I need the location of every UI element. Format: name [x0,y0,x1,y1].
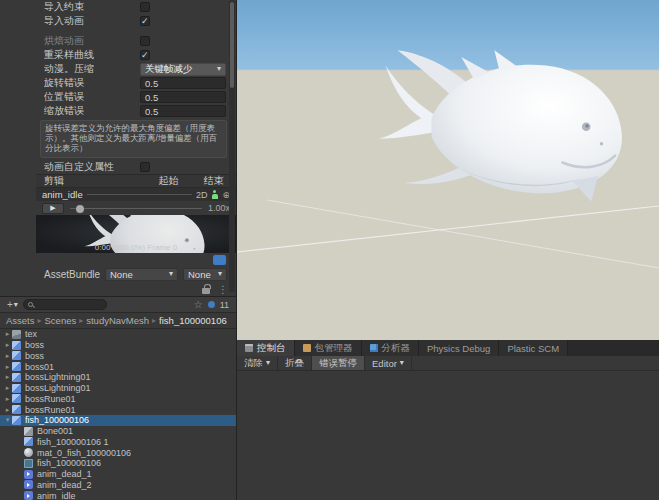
bake-animation-row: 烘焙动画 [0,34,236,48]
animation-preview[interactable]: 0:00 (000.0%) Frame 0 [36,215,236,253]
chevron-right-icon[interactable]: ▸ [3,362,12,372]
hidden-count-badge: 11 [220,300,229,310]
position-error-input[interactable]: 0.5 [140,91,226,103]
import-animation-checkbox[interactable] [140,16,150,26]
console-panel: 控制台包管理器分析器Physics DebugPlastic SCM 清除 ▾ … [237,340,659,500]
custom-properties-row: 动画自定义属性 [0,160,236,174]
model-icon [12,405,21,414]
clip-row[interactable]: anim_idle 2D ⊕ [36,188,236,201]
error-pause-toggle[interactable]: 错误暂停 [312,356,365,370]
custom-properties-checkbox[interactable] [140,162,150,172]
import-constraints-row: 导入约束 [0,0,236,14]
collapse-toggle[interactable]: 折叠 [278,356,312,370]
scale-error-input[interactable]: 0.5 [140,105,226,117]
console-log-area[interactable] [237,371,659,500]
avatar-icon[interactable] [211,190,218,199]
tree-row[interactable]: ▸bossRune01 [0,394,236,405]
chevron-right-icon[interactable]: ▸ [3,405,12,415]
search-input[interactable] [23,299,107,310]
chevron-down-icon: ▾ [400,359,404,367]
slider-thumb[interactable] [76,205,84,213]
tree-row[interactable]: anim_dead_2 [0,480,236,491]
chevron-right-icon[interactable]: ▸ [3,372,12,382]
tree-row[interactable]: anim_dead_1 [0,469,236,480]
kebab-menu-icon[interactable]: ⋮ [218,285,228,295]
tree-item-label: bossRune01 [25,394,76,404]
model-icon [12,341,21,350]
tab-console[interactable]: 控制台 [237,340,295,356]
tree-row[interactable]: ▸tex [0,329,236,340]
lock-icon[interactable] [202,288,210,294]
chevron-right-icon[interactable]: ▸ [3,394,12,404]
breadcrumb: Assets▸Scenes▸studyNavMesh▸fish_10000010… [0,313,236,329]
tree-row[interactable]: ▸bossLightning01 [0,383,236,394]
chevron-right-icon[interactable]: ▸ [3,351,12,361]
tab-package-manager[interactable]: 包管理器 [295,340,362,356]
tab-profiler[interactable]: 分析器 [362,340,420,356]
timeline-slider[interactable] [70,203,202,214]
editor-dropdown[interactable]: Editor ▾ [365,356,412,370]
chevron-down-icon: ▾ [169,270,173,278]
anim-compression-dropdown[interactable]: 关键帧减少 ▾ [140,63,226,76]
tree-row[interactable]: ▸bossLightning01 [0,372,236,383]
anim-compression-label: 动漫。压缩 [44,62,140,76]
tree-row[interactable]: ▸boss01 [0,361,236,372]
tree-row[interactable]: ▸bossRune01 [0,404,236,415]
tree-row[interactable]: ▾fish_100000106 [0,415,236,426]
scene-view[interactable] [237,0,659,340]
profiler-icon [370,344,378,352]
chevron-down-icon[interactable]: ▾ [3,415,12,425]
tab-plastic-scm[interactable]: Plastic SCM [499,340,568,356]
breadcrumb-separator-icon: ▸ [152,316,156,325]
assetbundle-dropdown[interactable]: None ▾ [105,268,178,281]
tree-item-label: fish_100000106 1 [37,437,109,447]
breadcrumb-item[interactable]: fish_100000106 [159,315,227,326]
clear-button[interactable]: 清除 ▾ [237,356,278,370]
create-asset-button[interactable]: + ▾ [7,299,18,310]
chevron-down-icon: ▾ [266,359,270,367]
skybox [237,0,659,70]
anim-icon [24,470,33,479]
breadcrumb-item[interactable]: studyNavMesh [86,315,149,326]
scrollbar-thumb[interactable] [230,2,234,88]
favorites-star-icon[interactable]: ☆ [194,299,203,310]
tree-row[interactable]: anim_idle [0,490,236,500]
help-box: 旋转误差定义为允许的最大角度偏差（用度表示）。其他则定义为最大距离/增量偏差（用… [40,120,227,158]
rotation-error-input[interactable]: 0.5 [140,77,226,89]
gameobject-icon [24,427,33,436]
tree-row[interactable]: Bone001 [0,426,236,437]
tree-item-label: boss [25,351,44,361]
tab-physics-debug[interactable]: Physics Debug [419,340,499,356]
tree-row[interactable]: fish_100000106 1 [0,437,236,448]
preview-settings-icon[interactable] [213,255,226,265]
tab-label: Plastic SCM [507,343,559,354]
breadcrumb-item[interactable]: Assets [6,315,35,326]
tree-row[interactable]: ▸boss [0,340,236,351]
search-icon [28,302,33,307]
breadcrumb-item[interactable]: Scenes [45,315,77,326]
hidden-count-icon [208,301,215,308]
texture-icon [12,330,21,339]
chevron-down-icon: ▾ [14,301,18,309]
tree-row[interactable]: mat_0_fish_100000106 [0,447,236,458]
toggle-2d-button[interactable]: 2D [196,190,208,200]
tab-label: 控制台 [257,342,286,355]
tree-row[interactable]: ▸boss [0,351,236,362]
playback-speed: 1.00x [208,203,230,213]
scene-render [237,0,659,340]
resample-curves-checkbox[interactable] [140,50,150,60]
chevron-right-icon[interactable]: ▸ [3,383,12,393]
tree-item-label: anim_idle [37,491,76,500]
tree-item-label: fish_100000106 [37,458,101,468]
assetbundle-variant-dropdown[interactable]: None ▾ [183,268,227,281]
model-icon [12,384,21,393]
chevron-right-icon[interactable]: ▸ [3,340,12,350]
inspector-scrollbar[interactable] [229,0,235,292]
chevron-right-icon[interactable]: ▸ [3,329,12,339]
clips-column-name: 剪辑 [36,174,146,188]
play-button[interactable]: ▶ [42,203,64,214]
assetbundle-label: AssetBundle [44,269,100,280]
import-constraints-checkbox[interactable] [140,2,150,12]
tree-item-label: bossLightning01 [25,383,91,393]
tree-row[interactable]: fish_100000106 [0,458,236,469]
